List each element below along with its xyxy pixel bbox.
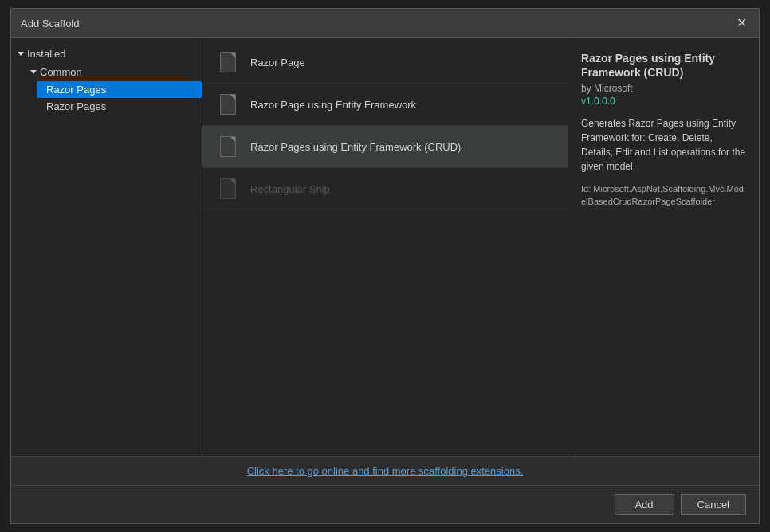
dialog-title: Add Scaffold	[21, 18, 79, 29]
common-triangle-icon	[30, 70, 37, 74]
scaffold-item-icon-snip	[215, 176, 241, 201]
common-items-group: Razor Pages Razor Pages	[37, 81, 202, 115]
file-icon-crud	[220, 136, 236, 157]
add-scaffold-dialog: Add Scaffold ✕ Installed Common Razo	[10, 8, 760, 524]
detail-id: Id: Microsoft.AspNet.Scaffolding.Mvc.Mod…	[581, 183, 746, 208]
footer-buttons: Add Cancel	[11, 486, 759, 523]
scaffold-item-razor-page-ef[interactable]: Razor Page using Entity Framework	[202, 84, 568, 126]
sidebar-item-razor-pages[interactable]: Razor Pages	[37, 98, 202, 115]
file-icon-ef	[220, 94, 236, 115]
detail-author: by Microsoft	[581, 83, 746, 94]
dialog-body: Installed Common Razor Pages Razor Pages	[11, 38, 759, 523]
content-area: Razor Page Razor Page using Entity Frame…	[202, 38, 568, 456]
main-content: Installed Common Razor Pages Razor Pages	[11, 38, 759, 456]
scaffold-item-snip[interactable]: Rectangular Snip	[202, 168, 568, 210]
detail-panel: Razor Pages using Entity Framework (CRUD…	[568, 38, 759, 456]
title-bar: Add Scaffold ✕	[11, 9, 759, 38]
scaffold-item-icon	[215, 49, 241, 75]
installed-triangle-icon	[18, 52, 24, 56]
sidebar: Installed Common Razor Pages Razor Pages	[11, 38, 202, 456]
sidebar-group: Common Razor Pages Razor Pages	[24, 63, 202, 115]
installed-label: Installed	[27, 48, 65, 60]
scaffold-item-razor-page[interactable]: Razor Page	[202, 41, 568, 84]
scaffold-item-label-ef: Razor Page using Entity Framework	[250, 99, 416, 111]
footer-link-row: Click here to go online and find more sc…	[11, 457, 759, 486]
detail-description: Generates Razor Pages using Entity Frame…	[581, 116, 746, 174]
detail-version: v1.0.0.0	[581, 96, 746, 107]
add-button[interactable]: Add	[615, 494, 674, 515]
common-label: Common	[40, 66, 82, 78]
cancel-button[interactable]: Cancel	[681, 494, 746, 515]
scaffold-item-icon-ef	[215, 92, 241, 117]
footer: Click here to go online and find more sc…	[11, 456, 759, 523]
online-link[interactable]: Click here to go online and find more sc…	[247, 465, 524, 477]
scaffold-item-label-crud: Razor Pages using Entity Framework (CRUD…	[250, 141, 461, 153]
scaffold-item-razor-pages-crud[interactable]: Razor Pages using Entity Framework (CRUD…	[202, 126, 568, 168]
close-button[interactable]: ✕	[733, 15, 749, 31]
scaffold-item-label: Razor Page	[250, 57, 305, 68]
sidebar-item-label-2: Razor Pages	[46, 100, 106, 112]
common-header[interactable]: Common	[24, 63, 202, 81]
scaffold-item-label-snip: Rectangular Snip	[250, 183, 330, 195]
file-icon	[220, 52, 236, 72]
sidebar-item-label: Razor Pages	[46, 84, 106, 96]
file-icon-snip	[220, 178, 236, 199]
scaffold-item-icon-crud	[215, 134, 241, 159]
sidebar-item-razor-pages-selected[interactable]: Razor Pages	[37, 81, 202, 98]
installed-header[interactable]: Installed	[11, 45, 202, 63]
detail-title: Razor Pages using Entity Framework (CRUD…	[581, 51, 746, 80]
items-list: Razor Page Razor Page using Entity Frame…	[202, 38, 568, 456]
